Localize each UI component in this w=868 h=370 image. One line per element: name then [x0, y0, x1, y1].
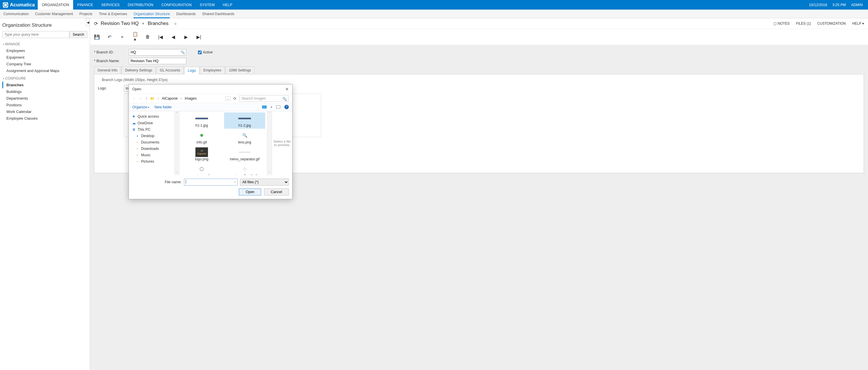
subnav-item[interactable]: Shared Dashboards	[202, 12, 235, 16]
delete-icon[interactable]: 🗑	[145, 34, 150, 39]
tab-employees[interactable]: Employees	[200, 66, 225, 74]
tree-item[interactable]: ▪Desktop	[129, 133, 175, 139]
subnav-item[interactable]: Dashboards	[176, 12, 195, 16]
tree-item[interactable]: ▪Documents	[129, 139, 175, 145]
cancel-button[interactable]: Cancel	[264, 189, 289, 195]
prev-icon[interactable]: ◀	[170, 34, 176, 40]
tree-item[interactable]: 🖥This PC	[129, 126, 175, 133]
filename-input[interactable]: ⌄	[184, 179, 238, 186]
dialog-close-icon[interactable]: ✕	[285, 87, 289, 91]
topnav-item-services[interactable]: SERVICES	[97, 0, 124, 9]
topnav-item-help[interactable]: HELP	[219, 0, 237, 9]
file-item[interactable]: 🔍lens.png	[224, 129, 265, 145]
header-user[interactable]: ADMIN	[851, 3, 863, 7]
nav-item[interactable]: Company Tree	[2, 61, 87, 67]
topnav-item-configuration[interactable]: CONFIGURATION	[157, 0, 195, 9]
organize-menu[interactable]: Organize	[132, 105, 149, 109]
scroll-up-icon[interactable]: ˄	[175, 112, 179, 115]
last-icon[interactable]: ▶|	[196, 34, 202, 40]
next-icon[interactable]: ▶	[183, 34, 189, 40]
file-scrollbar-right[interactable]: ˄ ˅	[267, 111, 272, 175]
path-dropdown-icon[interactable]: ⌄	[225, 96, 230, 101]
breadcrumb-dropdown-icon[interactable]: ▼	[142, 22, 145, 25]
subnav-item[interactable]: Time & Expenses	[99, 12, 127, 16]
nav-item[interactable]: Positions	[2, 102, 87, 108]
tree-item[interactable]: ▪Pictures	[129, 158, 175, 165]
topnav-item-distribution[interactable]: DISTRIBUTION	[124, 0, 157, 9]
file-item[interactable]: info.gif	[181, 129, 222, 145]
nav-back-icon[interactable]: ←	[132, 96, 136, 101]
nav-item[interactable]: Departments	[2, 95, 87, 102]
favorite-star-icon[interactable]: ★	[173, 21, 177, 26]
file-item[interactable]: spinnerSmall.gif	[224, 163, 265, 175]
new-folder-button[interactable]: New folder	[154, 105, 172, 109]
topnav-item-organization[interactable]: ORGANIZATION	[38, 0, 73, 9]
dialog-search-input[interactable]: Search Images 🔍	[240, 95, 289, 102]
active-checkbox[interactable]	[198, 51, 202, 54]
nav-refresh-icon[interactable]: ⟳	[233, 96, 237, 101]
nav-item[interactable]: Assignment and Approval Maps	[2, 67, 87, 74]
active-checkbox-label[interactable]: Active	[198, 50, 213, 54]
branch-name-input[interactable]	[129, 58, 186, 64]
scroll-up-icon[interactable]: ˄	[267, 112, 272, 115]
file-item[interactable]: AlCaponelogo.png	[181, 146, 222, 162]
help-icon[interactable]: ?	[284, 105, 289, 109]
subnav-item[interactable]: Projects	[79, 12, 92, 16]
nav-item[interactable]: Employee Classes	[2, 115, 87, 122]
tree-item[interactable]: ▪Music	[129, 152, 175, 158]
clipboard-icon[interactable]: 📋▾	[132, 31, 137, 42]
undo-icon[interactable]: ↶	[107, 34, 112, 40]
scroll-down-icon[interactable]: ˅	[175, 172, 179, 175]
sidebar-search-input[interactable]	[2, 31, 69, 38]
file-item[interactable]: h1-1.jpg	[181, 112, 222, 129]
nav-group-header[interactable]: CONFIGURE	[3, 76, 87, 81]
tab-logo[interactable]: Logo	[184, 67, 199, 74]
tree-item[interactable]: ☁OneDrive	[129, 120, 175, 126]
nav-forward-icon[interactable]: →	[139, 96, 143, 101]
file-item[interactable]: h1-2.jpg	[224, 112, 265, 129]
nav-item[interactable]: Employees	[2, 47, 87, 54]
sidebar-collapse-handle[interactable]: ◀	[86, 18, 90, 26]
nav-item[interactable]: Work Calendar	[2, 108, 87, 115]
nav-group-header[interactable]: MANAGE	[3, 42, 87, 46]
nav-item[interactable]: Buildings	[2, 88, 87, 95]
path-folder[interactable]: AlCapone	[162, 96, 178, 101]
brand-logo[interactable]: Acumatica	[0, 0, 38, 9]
scroll-down-icon[interactable]: ˅	[267, 172, 272, 175]
save-icon[interactable]: 💾	[94, 34, 99, 40]
nav-up-icon[interactable]: ↑	[145, 96, 147, 101]
branch-id-input[interactable]	[129, 49, 186, 55]
file-item[interactable]: menu_separator.gif	[224, 146, 265, 162]
subnav-item[interactable]: Organization Structure	[133, 12, 170, 18]
customization-action[interactable]: CUSTOMIZATION	[817, 22, 846, 26]
first-icon[interactable]: |◀	[158, 34, 163, 40]
tab-delivery-settings[interactable]: Delivery Settings	[122, 66, 156, 74]
subnav-item[interactable]: Communication	[3, 12, 29, 16]
file-scrollbar-left[interactable]: ˄ ˅	[175, 111, 179, 175]
subnav-item[interactable]: Customer Management	[35, 12, 73, 16]
topnav-item-system[interactable]: SYSTEM	[195, 0, 219, 9]
refresh-icon[interactable]: ⟳	[94, 21, 98, 26]
preview-toggle-icon[interactable]	[276, 106, 280, 109]
files-action[interactable]: FILES (1)	[796, 22, 811, 26]
path-subfolder[interactable]: Images	[185, 96, 197, 101]
view-mode-icon[interactable]	[262, 106, 267, 109]
breadcrumb-main[interactable]: Revision Two HQ	[101, 21, 139, 26]
search-icon[interactable]: 🔍	[282, 97, 287, 101]
sidebar-search-button[interactable]: Search	[69, 31, 87, 38]
topnav-item-finance[interactable]: FINANCE	[73, 0, 97, 9]
help-action[interactable]: HELP ▾	[852, 22, 864, 26]
open-button[interactable]: Open	[239, 189, 261, 195]
tree-item[interactable]: ★Quick access	[129, 113, 175, 120]
file-type-filter[interactable]: All files (*)	[240, 179, 289, 186]
notes-action[interactable]: ▢ NOTES	[773, 22, 789, 26]
tree-item[interactable]: ▪Downloads	[129, 145, 175, 152]
add-icon[interactable]: ＋	[120, 34, 125, 40]
tab-1099-settings[interactable]: 1099 Settings	[225, 66, 254, 74]
tab-gl-accounts[interactable]: GL Accounts	[156, 66, 184, 74]
filename-dropdown-icon[interactable]: ⌄	[234, 180, 236, 183]
file-item[interactable]: spinner.gif	[181, 163, 222, 175]
nav-item[interactable]: Branches	[2, 82, 87, 88]
nav-item[interactable]: Equipment	[2, 54, 87, 61]
file-grid-scroll[interactable]: h1-1.jpgh1-2.jpginfo.gif🔍lens.pngAlCapon…	[179, 111, 267, 175]
